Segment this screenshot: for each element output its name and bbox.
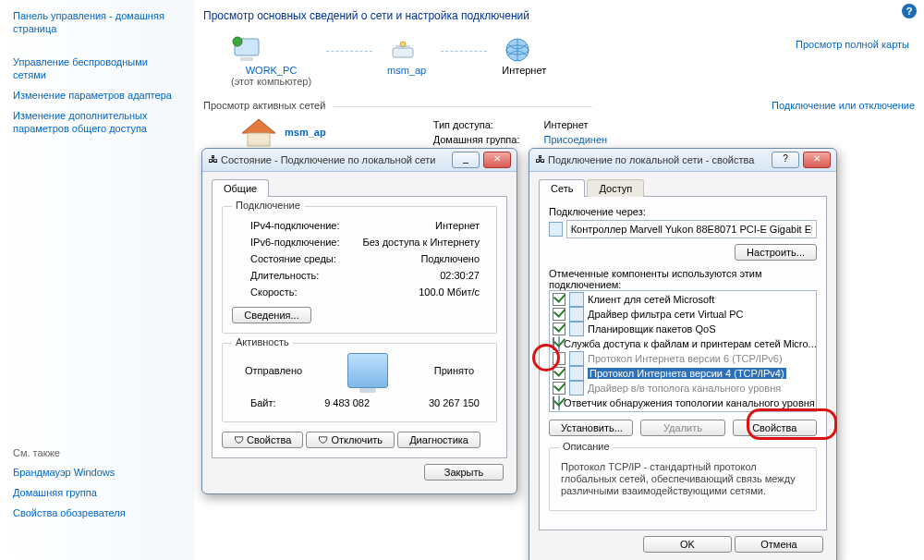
- globe-icon: [502, 35, 533, 65]
- install-button[interactable]: Установить...: [549, 420, 633, 436]
- speed-label: Скорость:: [234, 285, 349, 299]
- component-item[interactable]: Служба доступа к файлам и принтерам сете…: [552, 336, 814, 351]
- bytes-sent: 9 483 082: [309, 396, 386, 410]
- tab-general[interactable]: Общие: [212, 179, 269, 197]
- components-label: Отмеченные компоненты используются этим …: [549, 268, 817, 290]
- active-nets-header: Просмотр активных сетей Подключение или …: [203, 100, 915, 111]
- component-icon: [569, 381, 584, 396]
- annotation-properties-button: [747, 408, 837, 440]
- see-also-firewall[interactable]: Брандмауэр Windows: [0, 462, 194, 482]
- connect-via-label: Подключение через:: [549, 206, 817, 217]
- details-button[interactable]: Сведения...: [232, 307, 311, 323]
- sidebar-adapter-settings[interactable]: Изменение параметров адаптера: [0, 85, 194, 105]
- network-icon: 🖧: [535, 153, 548, 166]
- component-label: Драйвер фильтра сети Virtual PC: [588, 309, 743, 320]
- checkbox[interactable]: [553, 323, 565, 335]
- recv-label: Принято: [434, 365, 474, 376]
- svg-marker-7: [242, 119, 275, 133]
- map-ap-name[interactable]: msm_ap: [387, 65, 426, 76]
- access-type-value: Интернет: [525, 118, 611, 131]
- homegroup-value[interactable]: Присоединен: [543, 134, 607, 145]
- desc-text: Протокол TCP/IP - стандартный протокол г…: [559, 457, 807, 501]
- close-button[interactable]: ✕: [803, 152, 831, 168]
- duration-label: Длительность:: [234, 268, 349, 283]
- pc-icon: [231, 35, 262, 65]
- component-label: Протокол Интернета версии 6 (TCP/IPv6): [588, 353, 783, 364]
- component-icon: [569, 322, 584, 336]
- checkbox[interactable]: [553, 308, 565, 321]
- media-label: Состояние среды:: [234, 251, 349, 266]
- help-button[interactable]: ?: [772, 152, 799, 168]
- component-label: Служба доступа к файлам и принтерам сете…: [564, 338, 817, 349]
- svg-rect-1: [240, 57, 253, 61]
- component-item[interactable]: Протокол Интернета версии 4 (TCP/IPv4): [552, 366, 814, 381]
- remove-button: Удалить: [640, 420, 724, 436]
- properties-button[interactable]: 🛡 Свойства: [222, 432, 303, 448]
- component-label: Клиент для сетей Microsoft: [588, 294, 714, 305]
- svg-rect-3: [393, 48, 413, 57]
- net-name[interactable]: msm_ap: [285, 127, 326, 138]
- components-list[interactable]: Клиент для сетей MicrosoftДрайвер фильтр…: [549, 290, 817, 412]
- close-dialog-button[interactable]: Закрыть: [424, 464, 504, 481]
- connect-disconnect-link[interactable]: Подключение или отключение: [772, 100, 915, 111]
- page-title: Просмотр основных сведений о сети и наст…: [203, 9, 915, 22]
- component-item[interactable]: Драйвер в/в тополога канального уровня: [552, 381, 814, 396]
- component-item[interactable]: Планировщик пакетов QoS: [552, 322, 814, 336]
- homegroup-label: Домашняя группа:: [430, 133, 524, 146]
- checkbox[interactable]: [553, 293, 565, 306]
- activity-icon: [347, 353, 388, 388]
- component-label: Планировщик пакетов QoS: [588, 323, 716, 335]
- component-item[interactable]: Клиент для сетей Microsoft: [552, 292, 814, 307]
- disable-button[interactable]: 🛡 Отключить: [306, 432, 395, 448]
- sidebar: Панель управления - домашняя страница Уп…: [0, 0, 194, 560]
- adapter-icon: [549, 222, 563, 237]
- grp-activity: Активность: [232, 336, 293, 347]
- ipv4-label: IPv4-подключение:: [234, 218, 349, 233]
- tab-network[interactable]: Сеть: [539, 179, 585, 197]
- checkbox[interactable]: [553, 396, 554, 409]
- duration-value: 02:30:27: [351, 268, 485, 283]
- sidebar-wireless[interactable]: Управление беспроводными сетями: [0, 52, 194, 85]
- ipv6-label: IPv6-подключение:: [234, 235, 349, 250]
- svg-rect-8: [248, 133, 270, 146]
- see-also-homegroup[interactable]: Домашняя группа: [0, 482, 194, 503]
- close-button[interactable]: ✕: [483, 152, 511, 168]
- network-icon: 🖧: [208, 153, 221, 166]
- sent-label: Отправлено: [245, 365, 302, 376]
- see-also-header: См. также: [0, 444, 194, 462]
- tab-access[interactable]: Доступ: [587, 179, 644, 197]
- adapter-field: [566, 220, 817, 238]
- annotation-ipv6-checkbox: [532, 344, 560, 371]
- configure-button[interactable]: Настроить...: [735, 244, 817, 261]
- see-also-ie-props[interactable]: Свойства обозревателя: [0, 503, 194, 523]
- speed-value: 100.0 Мбит/с: [351, 285, 485, 299]
- minimize-button[interactable]: ⎯: [452, 152, 480, 168]
- ipv4-value: Интернет: [351, 218, 485, 233]
- component-label: Протокол Интернета версии 4 (TCP/IPv4): [588, 368, 786, 379]
- ok-button[interactable]: OK: [643, 536, 732, 553]
- component-item[interactable]: Драйвер фильтра сети Virtual PC: [552, 307, 814, 322]
- access-type-label: Тип доступа:: [430, 118, 524, 131]
- sidebar-sharing-settings[interactable]: Изменение дополнительных параметров обще…: [0, 105, 194, 139]
- component-label: Ответчик обнаружения топологии канальног…: [564, 397, 815, 408]
- grp-connection: Подключение: [232, 200, 304, 211]
- status-title: Состояние - Подключение по локальной сет…: [221, 154, 448, 165]
- component-icon: [569, 366, 584, 381]
- checkbox[interactable]: [553, 382, 565, 395]
- map-pc-name[interactable]: WORK_PC: [246, 65, 298, 76]
- bytes-label: Байт:: [234, 396, 307, 410]
- map-internet: Интернет: [502, 65, 546, 76]
- diagnose-button[interactable]: Диагностика: [397, 432, 480, 448]
- house-icon: [240, 116, 277, 148]
- props-title: Подключение по локальной сети - свойства: [548, 154, 768, 165]
- ipv6-value: Без доступа к Интернету: [351, 235, 485, 250]
- checkbox[interactable]: [553, 367, 565, 380]
- properties-dialog: 🖧 Подключение по локальной сети - свойст…: [529, 148, 837, 560]
- component-item[interactable]: Протокол Интернета версии 6 (TCP/IPv6): [552, 351, 814, 366]
- full-map-link[interactable]: Просмотр полной карты: [796, 39, 909, 50]
- ap-icon: [387, 35, 419, 65]
- svg-point-2: [233, 37, 242, 46]
- sidebar-home[interactable]: Панель управления - домашняя страница: [0, 6, 194, 39]
- cancel-button[interactable]: Отмена: [735, 536, 823, 553]
- media-value: Подключено: [351, 251, 485, 266]
